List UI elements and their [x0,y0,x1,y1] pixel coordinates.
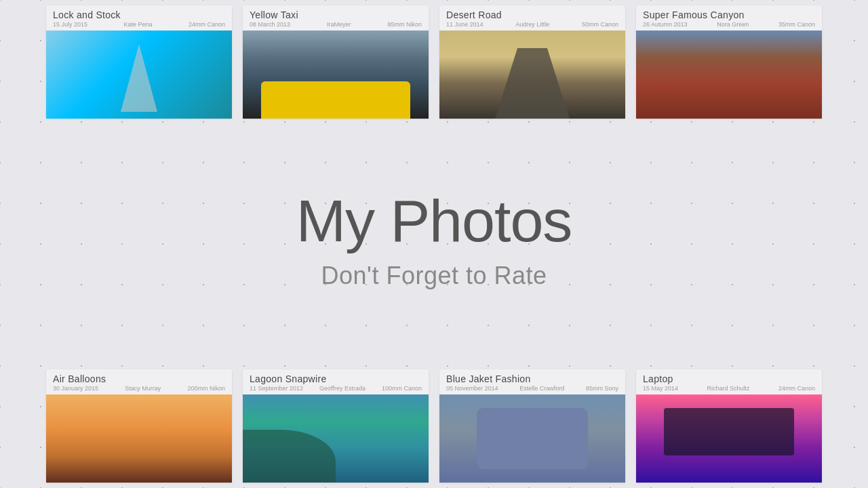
card-header: Laptop15 May 2014Richard Schultz24mm Can… [636,369,822,394]
card-meta: 30 January 2015Stacy Murray200mm Nikon [53,385,225,392]
card-meta: 11 June 2014Audrey Little50mm Canon [446,21,618,28]
card-header: Lagoon Snapwire11 September 2012Geoffrey… [243,369,429,394]
card-meta: 05 November 2014Estelle Crawford85mm Son… [446,385,618,392]
card-image-desert-road [439,30,625,119]
card-camera: 24mm Canon [189,21,225,28]
card-meta: 15 May 2014Richard Schultz24mm Canon [643,385,815,392]
card-image-lagoon-snapwire [243,394,429,483]
hero-section: My Photos Don't Forget to Rate [296,124,572,364]
card-meta: 11 September 2012Geoffrey Estrada100mm C… [250,385,422,392]
top-photo-row: Lock and Stock15 July 2015Kate Pena24mm … [0,0,868,124]
card-camera: 85mm Sony [586,385,618,392]
photo-card-yellow-taxi[interactable]: Yellow Taxi08 March 2013IraMeyer85mm Nik… [243,5,429,119]
card-title: Blue Jaket Fashion [446,373,618,384]
card-author: Estelle Crawford [519,385,564,392]
card-camera: 100mm Canon [382,385,422,392]
card-date: 11 September 2012 [250,385,303,392]
card-header: Blue Jaket Fashion05 November 2014Estell… [439,369,625,394]
photo-card-blue-jaket-fashion[interactable]: Blue Jaket Fashion05 November 2014Estell… [439,369,625,483]
card-date: 11 June 2014 [446,21,484,28]
card-author: Richard Schultz [707,385,749,392]
card-camera: 24mm Canon [778,385,815,392]
card-image-super-famous-canyon [636,30,822,119]
photo-card-desert-road[interactable]: Desert Road11 June 2014Audrey Little50mm… [439,5,625,119]
page-wrapper: Lock and Stock15 July 2015Kate Pena24mm … [0,0,868,488]
card-image-air-balloons [46,394,232,483]
photo-card-lock-and-stock[interactable]: Lock and Stock15 July 2015Kate Pena24mm … [46,5,232,119]
card-date: 26 Autumn 2013 [643,21,688,28]
card-camera: 85mm Nikon [387,21,422,28]
card-author: IraMeyer [327,21,351,28]
card-meta: 26 Autumn 2013Nora Green35mm Canon [643,21,815,28]
card-title: Air Balloons [53,373,225,384]
card-date: 08 March 2013 [250,21,290,28]
card-image-lock-and-stock [46,30,232,119]
card-author: Kate Pena [123,21,152,28]
photo-card-air-balloons[interactable]: Air Balloons30 January 2015Stacy Murray2… [46,369,232,483]
card-header: Super Famous Canyon26 Autumn 2013Nora Gr… [636,5,822,30]
card-title: Desert Road [446,9,618,20]
photo-card-super-famous-canyon[interactable]: Super Famous Canyon26 Autumn 2013Nora Gr… [636,5,822,119]
card-title: Yellow Taxi [250,9,422,20]
card-title: Lagoon Snapwire [250,373,422,384]
card-author: Stacy Murray [125,385,161,392]
card-date: 15 July 2015 [53,21,87,28]
card-author: Audrey Little [515,21,549,28]
card-author: Nora Green [717,21,749,28]
card-image-yellow-taxi [243,30,429,119]
hero-subtitle: Don't Forget to Rate [321,262,547,290]
card-title: Lock and Stock [53,9,225,20]
card-date: 05 November 2014 [446,385,498,392]
card-title: Laptop [643,373,815,384]
card-meta: 08 March 2013IraMeyer85mm Nikon [250,21,422,28]
card-meta: 15 July 2015Kate Pena24mm Canon [53,21,225,28]
card-date: 15 May 2014 [643,385,678,392]
card-camera: 50mm Canon [582,21,618,28]
card-camera: 200mm Nikon [187,385,225,392]
card-image-blue-jaket-fashion [439,394,625,483]
card-author: Geoffrey Estrada [319,385,366,392]
photo-card-lagoon-snapwire[interactable]: Lagoon Snapwire11 September 2012Geoffrey… [243,369,429,483]
bottom-photo-row: Air Balloons30 January 2015Stacy Murray2… [0,364,868,488]
hero-title: My Photos [296,191,572,251]
photo-card-laptop[interactable]: Laptop15 May 2014Richard Schultz24mm Can… [636,369,822,483]
card-header: Yellow Taxi08 March 2013IraMeyer85mm Nik… [243,5,429,30]
card-title: Super Famous Canyon [643,9,815,20]
card-header: Air Balloons30 January 2015Stacy Murray2… [46,369,232,394]
card-camera: 35mm Canon [778,21,815,28]
card-header: Desert Road11 June 2014Audrey Little50mm… [439,5,625,30]
card-image-laptop [636,394,822,483]
card-date: 30 January 2015 [53,385,98,392]
card-header: Lock and Stock15 July 2015Kate Pena24mm … [46,5,232,30]
